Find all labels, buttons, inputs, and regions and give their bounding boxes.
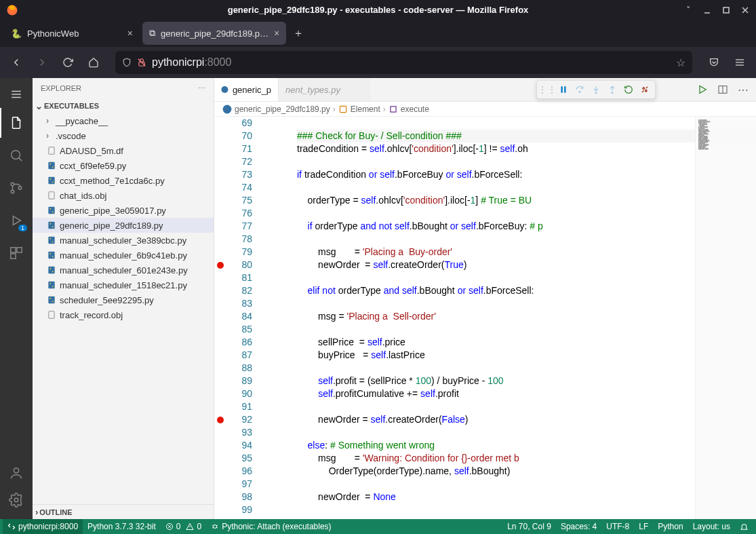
status-eol[interactable]: LF xyxy=(634,519,653,534)
file-item[interactable]: ccxt_6f9efe59.py xyxy=(33,158,214,173)
code-line[interactable]: self.profit = (sellPrice * 100) / buyPri… xyxy=(297,375,756,387)
line-number-gutter[interactable]: 6970717273747576777879808182838485868788… xyxy=(226,117,255,519)
hamburger-menu-button[interactable] xyxy=(0,83,33,105)
status-python-interpreter[interactable]: Python 3.7.3 32-bit xyxy=(83,519,161,534)
code-line[interactable]: elif not orderType and self.bBought or s… xyxy=(297,284,756,297)
debug-pause-button[interactable] xyxy=(556,82,571,97)
code-line[interactable] xyxy=(297,503,756,516)
breakpoint-marker[interactable] xyxy=(217,417,224,423)
code-line[interactable] xyxy=(297,155,756,168)
debug-step-out-button[interactable] xyxy=(605,82,620,97)
file-item[interactable]: generic_pipe_3e059017.py xyxy=(33,203,214,218)
code-line[interactable] xyxy=(297,207,756,220)
status-debug-launch[interactable]: Pythonic: Attach (executables) xyxy=(206,519,336,534)
code-content[interactable]: ### Check for Buy- / Sell-condition ###t… xyxy=(297,117,756,519)
code-line[interactable]: tradeCondition = self.ohlcv['condition']… xyxy=(297,142,756,155)
breakpoint-marker[interactable] xyxy=(217,262,224,269)
status-encoding[interactable]: UTF-8 xyxy=(601,519,634,534)
debug-step-into-button[interactable] xyxy=(589,82,603,97)
activity-settings-icon[interactable] xyxy=(0,487,33,514)
code-line[interactable] xyxy=(297,297,756,310)
editor-tab-generic-pipe[interactable]: generic_p xyxy=(214,78,279,101)
activity-debug-icon[interactable]: 1 xyxy=(0,206,33,235)
pocket-icon[interactable] xyxy=(703,52,725,73)
activity-account-icon[interactable] xyxy=(0,459,33,487)
code-line[interactable]: orderType = self.ohlcv['condition'].iloc… xyxy=(297,194,756,207)
editor-more-button[interactable]: ⋯ xyxy=(736,82,751,97)
file-item[interactable]: manual_scheduler_1518ec21.py xyxy=(33,278,214,292)
breadcrumb-item[interactable]: Element xyxy=(351,104,380,114)
code-line[interactable] xyxy=(297,323,756,336)
code-line[interactable] xyxy=(297,478,756,491)
code-line[interactable]: buyPrice = self.lastPrice xyxy=(297,349,756,362)
url-bar[interactable]: pythonicrpi:8000 ☆ xyxy=(115,51,692,74)
window-keep-on-top-icon[interactable]: ˅ xyxy=(680,2,696,18)
activity-search-icon[interactable] xyxy=(0,140,33,170)
file-item[interactable]: manual_scheduler_601e243e.py xyxy=(33,263,214,278)
fold-gutter[interactable] xyxy=(255,117,297,519)
breadcrumb-item[interactable]: generic_pipe_29dfc189.py xyxy=(235,104,330,114)
file-item[interactable]: ccxt_method_7e1cda6c.py xyxy=(33,173,214,188)
app-menu-button[interactable] xyxy=(729,52,751,73)
folder-item[interactable]: ›__pycache__ xyxy=(33,113,214,128)
status-problems[interactable]: 0 0 xyxy=(161,519,206,534)
status-notifications-icon[interactable] xyxy=(735,519,753,534)
code-line[interactable]: msg = 'Placing a Sell-order' xyxy=(297,310,756,323)
status-cursor-position[interactable]: Ln 70, Col 9 xyxy=(502,519,556,534)
window-minimize-icon[interactable] xyxy=(699,2,715,18)
code-line[interactable] xyxy=(297,233,756,246)
file-item[interactable]: ADAUSD_5m.df xyxy=(33,143,214,158)
code-line[interactable]: else: # Something went wrong xyxy=(297,439,756,452)
status-language[interactable]: Python xyxy=(653,519,688,534)
section-header-outline[interactable]: › OUTLINE xyxy=(33,504,214,519)
breakpoint-gutter[interactable] xyxy=(214,117,226,519)
code-line[interactable]: if orderType and not self.bBought or sel… xyxy=(297,220,756,233)
debug-step-over-button[interactable] xyxy=(572,82,587,97)
file-tree[interactable]: ›__pycache__›.vscodeADAUSD_5m.dfccxt_6f9… xyxy=(33,113,214,504)
code-line[interactable] xyxy=(297,362,756,375)
code-line[interactable]: msg = 'Warning: Condition for {}-order m… xyxy=(297,452,756,465)
debug-restart-button[interactable] xyxy=(621,82,636,97)
back-button[interactable] xyxy=(5,52,27,73)
file-item[interactable]: track_record.obj xyxy=(33,307,214,322)
code-line[interactable]: sellPrice = self.price xyxy=(297,336,756,349)
file-item[interactable]: generic_pipe_29dfc189.py xyxy=(33,218,214,233)
file-item[interactable]: chat_ids.obj xyxy=(33,188,214,203)
status-remote-host[interactable]: pythonicrpi:8000 xyxy=(3,519,83,534)
activity-explorer-icon[interactable] xyxy=(0,108,33,138)
home-button[interactable] xyxy=(83,52,104,73)
breadcrumbs[interactable]: generic_pipe_29dfc189.py › Element › exe… xyxy=(214,102,756,117)
section-header-executables[interactable]: ⌄ EXECUTABLES xyxy=(33,98,214,113)
minimap[interactable]: █ ██ ████████ ████ ███ ██ ██ █ ██ █ ██ █… xyxy=(695,117,756,519)
run-button[interactable] xyxy=(695,82,710,97)
forward-button[interactable] xyxy=(31,52,53,73)
activity-extensions-icon[interactable] xyxy=(0,238,33,268)
code-line[interactable] xyxy=(297,117,756,130)
code-line[interactable]: newOrder = self.createOrder(True) xyxy=(297,259,756,271)
code-line[interactable]: self.profitCumulative += self.profit xyxy=(297,387,756,400)
code-line[interactable] xyxy=(297,271,756,284)
code-line[interactable]: msg = 'Placing a Buy-order' xyxy=(297,246,756,259)
browser-tab-code-server[interactable]: ⧉ generic_pipe_29dfc189.p… × xyxy=(142,22,286,45)
bookmark-star-icon[interactable]: ☆ xyxy=(676,56,685,69)
debug-toolbar[interactable]: ⋮⋮ xyxy=(536,80,656,99)
code-line[interactable] xyxy=(297,400,756,413)
new-tab-button[interactable]: ＋ xyxy=(289,24,308,43)
activity-scm-icon[interactable] xyxy=(0,173,33,203)
code-line[interactable] xyxy=(297,426,756,439)
code-line[interactable]: newOrder = None xyxy=(297,491,756,503)
close-icon[interactable]: × xyxy=(274,28,279,39)
code-line[interactable]: ### Check for Buy- / Sell-condition ### xyxy=(297,130,756,142)
file-item[interactable]: manual_scheduler_6b9c41eb.py xyxy=(33,248,214,263)
file-item[interactable]: manual_scheduler_3e389cbc.py xyxy=(33,233,214,248)
reload-button[interactable] xyxy=(57,52,79,73)
code-line[interactable]: OrderType(orderType).name, self.bBought) xyxy=(297,465,756,478)
browser-tab-pythonicweb[interactable]: 🐍 PythonicWeb × xyxy=(4,22,140,45)
window-close-icon[interactable] xyxy=(737,2,753,18)
explorer-more-icon[interactable]: ⋯ xyxy=(198,84,205,93)
status-keyboard-layout[interactable]: Layout: us xyxy=(688,519,735,534)
code-line[interactable]: if tradeCondition or self.bForceBuy or s… xyxy=(297,168,756,181)
code-editor[interactable]: 6970717273747576777879808182838485868788… xyxy=(214,117,756,519)
folder-item[interactable]: ›.vscode xyxy=(33,128,214,143)
debug-disconnect-button[interactable] xyxy=(637,82,652,97)
